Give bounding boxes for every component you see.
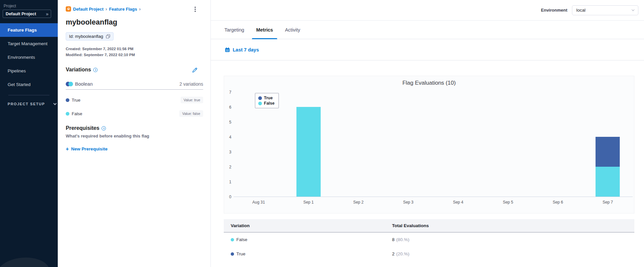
breadcrumb-link-project[interactable]: Default Project	[73, 7, 104, 12]
copy-icon[interactable]	[106, 34, 110, 39]
tab-activity[interactable]: Activity	[281, 21, 304, 39]
bar-sep-1-false	[296, 107, 321, 197]
breadcrumb-separator: ›	[139, 6, 141, 12]
legend-dot	[258, 102, 262, 105]
x-axis-label-sep-1: Sep 1	[283, 200, 333, 205]
breadcrumb-separator: ›	[106, 6, 107, 12]
cell-count: 2	[392, 251, 395, 256]
project-setup-toggle[interactable]: PROJECT SETUP	[8, 102, 56, 106]
calendar-icon	[225, 47, 230, 52]
chevron-down-icon	[53, 102, 56, 105]
prerequisites-description: What's required before enabling this fla…	[66, 134, 149, 138]
chart-plot-area	[234, 92, 633, 197]
legend-item-false: False	[258, 101, 275, 106]
date-range-label: Last 7 days	[233, 47, 259, 52]
flag-evaluations-chart: Flag Evaluations (10) TrueFalse 01234567…	[224, 76, 634, 214]
prerequisites-heading: Prerequisites	[66, 125, 106, 131]
variation-count: 2 variations	[179, 81, 203, 87]
flag-id-text: Id: mybooleanflag	[69, 34, 103, 39]
cell-count: 8	[392, 237, 395, 242]
variation-color-dot	[66, 112, 69, 116]
variation-type-row: Boolean 2 variations	[66, 81, 203, 87]
project-icon	[66, 6, 71, 12]
x-axis-label-aug-31: Aug 31	[234, 200, 283, 205]
variation-row-true: TrueValue: true	[66, 96, 203, 104]
edit-icon[interactable]	[192, 67, 198, 73]
table-body: False8(80.%)True2(20.%)	[224, 232, 634, 261]
info-icon[interactable]	[93, 68, 98, 72]
sidebar-item-target-management[interactable]: Target Management	[0, 37, 58, 50]
sidebar-nav: Feature FlagsTarget ManagementEnvironmen…	[0, 23, 58, 91]
sidebar-item-feature-flags[interactable]: Feature Flags	[0, 23, 58, 37]
y-axis-tick-3: 3	[224, 149, 231, 155]
project-setup-label: PROJECT SETUP	[8, 102, 45, 106]
tab-metrics[interactable]: Metrics	[252, 21, 278, 39]
y-axis-tick-0: 0	[224, 194, 231, 200]
y-axis-tick-6: 6	[224, 104, 231, 110]
sidebar-item-get-started[interactable]: Get Started	[0, 78, 58, 91]
variation-value-chip: Value: false	[179, 110, 203, 117]
breadcrumb-link-feature-flags[interactable]: Feature Flags	[109, 7, 137, 12]
x-axis-label-sep-2: Sep 2	[334, 200, 383, 205]
legend-name: False	[264, 101, 275, 106]
tab-bar: TargetingMetricsActivity	[211, 21, 644, 39]
app-root: Project Default Project » Feature FlagsT…	[0, 0, 644, 267]
variation-list: TrueValue: trueFalseValue: false	[66, 96, 203, 123]
y-axis-tick-7: 7	[224, 89, 231, 95]
bar-sep-7-true	[596, 137, 620, 167]
sidebar-item-environments[interactable]: Environments	[0, 50, 58, 64]
flag-title: mybooleanflag	[66, 18, 117, 27]
evaluations-table: Variation Total Evaluations False8(80.%)…	[224, 219, 634, 261]
new-prerequisite-button[interactable]: + New Prerequisite	[66, 146, 108, 151]
variation-color-dot	[66, 98, 69, 102]
date-filter-row: Last 7 days	[211, 39, 644, 60]
project-selector[interactable]: Default Project »	[3, 10, 51, 18]
variation-name: False	[72, 111, 82, 116]
column-header-variation: Variation	[231, 223, 392, 228]
variation-name: True	[72, 98, 80, 103]
table-row-true: True2(20.%)	[224, 247, 634, 261]
info-icon[interactable]	[102, 126, 106, 131]
legend-name: True	[264, 96, 273, 100]
variations-heading: Variations	[66, 67, 98, 73]
environment-label: Environment	[541, 8, 567, 13]
tab-targeting[interactable]: Targeting	[220, 21, 249, 39]
y-axis-tick-5: 5	[224, 119, 231, 125]
variation-color-dot	[231, 238, 234, 241]
legend-dot	[258, 96, 262, 100]
boolean-type-icon	[66, 82, 73, 86]
chart-title: Flag Evaluations (10)	[224, 80, 634, 86]
flag-id-chip: Id: mybooleanflag	[66, 32, 114, 41]
date-range-button[interactable]: Last 7 days	[225, 47, 259, 52]
breadcrumb: Default Project › Feature Flags ›	[66, 6, 141, 12]
environment-select[interactable]: local	[572, 5, 638, 15]
modified-date: Modified: September 7, 2022 02:10 PM	[66, 53, 135, 57]
kebab-menu-button[interactable]	[193, 6, 198, 13]
y-axis-tick-4: 4	[224, 134, 231, 140]
main-content: Environment local TargetingMetricsActivi…	[211, 0, 644, 267]
legend-item-true: True	[258, 95, 275, 101]
y-axis-tick-1: 1	[224, 179, 231, 185]
sidebar-item-pipelines[interactable]: Pipelines	[0, 64, 58, 78]
sidebar: Project Default Project » Feature FlagsT…	[0, 0, 58, 267]
cell-variation: False	[231, 237, 392, 242]
variations-divider	[66, 89, 203, 90]
x-axis-label-sep-5: Sep 5	[483, 200, 533, 205]
environment-header: Environment local	[211, 0, 644, 21]
x-axis-label-sep-6: Sep 6	[533, 200, 583, 205]
chart-legend: TrueFalse	[255, 93, 279, 108]
flag-detail-panel: Default Project › Feature Flags › mybool…	[58, 0, 211, 267]
bar-sep-7-false	[596, 167, 620, 197]
x-axis-label-sep-4: Sep 4	[433, 200, 483, 205]
variation-name: False	[236, 237, 247, 242]
cell-percent: (20.%)	[396, 251, 410, 256]
table-row-false: False8(80.%)	[224, 232, 634, 247]
double-chevron-icon: »	[46, 11, 48, 17]
variation-type-label: Boolean	[75, 81, 93, 87]
cell-variation: True	[231, 251, 392, 256]
variation-color-dot	[231, 252, 234, 256]
chevron-down-icon	[632, 8, 634, 11]
sidebar-divider	[8, 95, 49, 95]
environment-selected-value: local	[576, 8, 632, 13]
brand-logo	[0, 255, 50, 267]
